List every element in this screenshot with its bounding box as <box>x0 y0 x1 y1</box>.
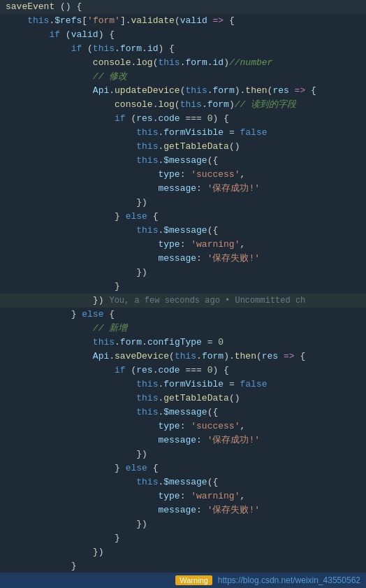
token: 'warning' <box>191 489 240 503</box>
token <box>6 545 93 559</box>
token: => <box>289 84 305 98</box>
token <box>6 56 93 70</box>
token: . <box>142 336 147 350</box>
token: ( <box>175 98 180 112</box>
token: this <box>93 336 115 350</box>
token <box>6 433 158 447</box>
token: validate <box>131 14 175 28</box>
token: = <box>224 126 240 140</box>
token: }) <box>93 294 104 308</box>
token: ) { <box>98 28 115 42</box>
token: }) <box>136 266 147 280</box>
code-line: this.$message({ <box>0 154 366 168</box>
token: updateDevice <box>115 84 180 98</box>
token: ({ <box>207 406 219 420</box>
token: form <box>207 98 229 112</box>
token: ({ <box>207 475 219 489</box>
token: type <box>158 168 180 182</box>
token <box>6 140 136 154</box>
token: ( <box>268 84 273 98</box>
footer-url: https://blog.csdn.net/weixin_43550562 <box>218 575 360 585</box>
code-line: }) <box>0 447 366 461</box>
code-line: if (this.form.id) { <box>0 42 366 56</box>
token: : <box>180 168 191 182</box>
token: { <box>295 350 306 364</box>
token: ( <box>126 364 137 378</box>
token: $message <box>163 154 207 168</box>
code-line: console.log(this.form.id)//number <box>0 56 366 70</box>
code-line: })You, a few seconds ago • Uncommitted c… <box>0 294 366 308</box>
token <box>6 210 115 224</box>
code-line: if (res.code === 0) { <box>0 112 366 126</box>
token <box>6 322 93 336</box>
token: else <box>126 461 147 475</box>
token: console <box>115 98 153 112</box>
token: . <box>142 42 147 56</box>
code-line: // 新增 <box>0 322 366 336</box>
token: . <box>202 98 207 112</box>
token: this <box>185 84 207 98</box>
token: . <box>158 126 163 140</box>
token: . <box>158 140 163 154</box>
token: ( <box>175 14 180 28</box>
token: . <box>158 224 163 238</box>
token: // 修改 <box>93 70 127 84</box>
token <box>6 112 115 126</box>
token <box>6 420 158 433</box>
token: res <box>262 350 278 364</box>
token: ]. <box>120 14 131 28</box>
token: this <box>136 392 158 406</box>
token: message <box>158 252 196 266</box>
token: . <box>131 56 136 70</box>
token: res <box>136 112 152 126</box>
token <box>6 280 115 294</box>
token <box>6 503 158 517</box>
code-line: } <box>0 280 366 294</box>
token: . <box>109 350 115 364</box>
token: . <box>196 350 202 364</box>
code-line: type: 'warning', <box>0 489 366 503</box>
token: => <box>207 14 224 28</box>
token: { <box>147 461 159 475</box>
token <box>6 28 49 42</box>
token: '保存成功!' <box>207 433 260 447</box>
token: if <box>115 112 126 126</box>
token: . <box>207 56 213 70</box>
code-line: this.$message({ <box>0 224 366 238</box>
code-line: } <box>0 531 366 545</box>
token: if <box>49 28 60 42</box>
code-line: this.$message({ <box>0 475 366 489</box>
token: this <box>175 350 196 364</box>
code-line: this.getTableData() <box>0 140 366 154</box>
token <box>6 378 136 392</box>
token: code <box>158 364 180 378</box>
token: ) <box>224 56 229 70</box>
token: message <box>158 182 196 196</box>
token: res <box>136 364 152 378</box>
token: if <box>71 42 82 56</box>
token: }) <box>136 447 147 461</box>
token: 'form' <box>87 14 120 28</box>
token: ( <box>82 42 93 56</box>
token: { <box>305 84 316 98</box>
token <box>6 406 136 420</box>
token: this <box>93 42 115 56</box>
code-line: message: '保存成功!' <box>0 433 366 447</box>
token: : <box>180 420 191 433</box>
token: this <box>27 14 49 28</box>
token <box>6 182 158 196</box>
token: }) <box>136 196 147 210</box>
token <box>6 238 158 252</box>
token <box>6 224 136 238</box>
token <box>6 168 158 182</box>
code-line: } else { <box>0 210 366 224</box>
token <box>6 489 158 503</box>
code-line: }) <box>0 196 366 210</box>
token: then <box>235 350 256 364</box>
token: 0 <box>207 364 213 378</box>
token: getTableData <box>163 140 229 154</box>
token: valid <box>180 14 207 28</box>
code-line: message: '保存失败!' <box>0 252 366 266</box>
token <box>6 350 93 364</box>
code-line: } <box>0 559 366 573</box>
